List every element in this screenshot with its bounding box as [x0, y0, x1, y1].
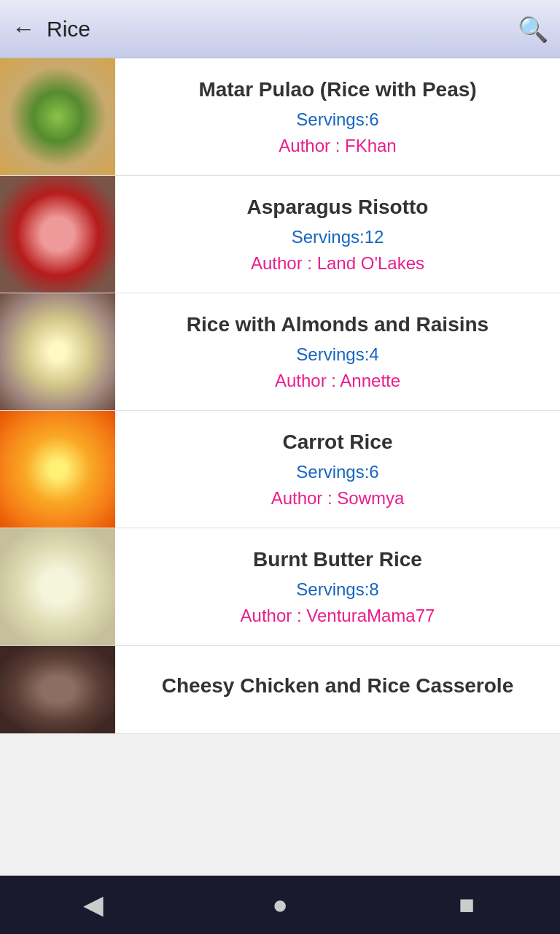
search-bar: ← 🔍: [0, 0, 560, 58]
recipe-title: Matar Pulao (Rice with Peas): [130, 77, 545, 102]
recipe-info: Matar Pulao (Rice with Peas)Servings:6Au…: [115, 66, 560, 168]
recipe-info: Carrot RiceServings:6Author : Sowmya: [115, 418, 560, 520]
recipe-list: Matar Pulao (Rice with Peas)Servings:6Au…: [0, 58, 560, 734]
recipe-image-placeholder: [0, 293, 115, 410]
recipe-image-placeholder: [0, 58, 115, 175]
recipe-servings: Servings:8: [130, 579, 545, 600]
recipe-image: [0, 528, 115, 645]
recipe-servings: Servings:6: [130, 109, 545, 130]
recipe-title: Asparagus Risotto: [130, 195, 545, 220]
recipe-image: [0, 293, 115, 410]
search-icon[interactable]: 🔍: [518, 15, 548, 44]
recipe-servings: Servings:6: [130, 462, 545, 482]
recipe-author: Author : Land O'Lakes: [130, 253, 545, 274]
search-input[interactable]: [47, 17, 518, 42]
recipe-info: Cheesy Chicken and Rice Casserole: [115, 662, 560, 717]
recipe-info: Rice with Almonds and RaisinsServings:4A…: [115, 301, 560, 403]
recipe-image-placeholder: [0, 528, 115, 645]
back-button[interactable]: ←: [12, 15, 35, 42]
recipe-title: Carrot Rice: [130, 430, 545, 455]
recipe-item[interactable]: Burnt Butter RiceServings:8Author : Vent…: [0, 528, 560, 646]
recipe-image: [0, 646, 115, 733]
recipe-image-placeholder: [0, 411, 115, 528]
recipe-image-placeholder: [0, 646, 115, 733]
recipe-title: Burnt Butter Rice: [130, 547, 545, 572]
recipe-servings: Servings:4: [130, 344, 545, 365]
bottom-nav: ◀ ● ■: [0, 876, 560, 934]
recipe-title: Rice with Almonds and Raisins: [130, 312, 545, 337]
recipe-image: [0, 176, 115, 293]
recipe-image-placeholder: [0, 176, 115, 293]
recipe-item[interactable]: Matar Pulao (Rice with Peas)Servings:6Au…: [0, 58, 560, 176]
recipe-author: Author : VenturaMama77: [130, 606, 545, 626]
recipe-image: [0, 58, 115, 175]
recipe-item[interactable]: Asparagus RisottoServings:12Author : Lan…: [0, 176, 560, 293]
recipe-image: [0, 411, 115, 528]
recipe-servings: Servings:12: [130, 227, 545, 247]
recipe-author: Author : FKhan: [130, 136, 545, 156]
recipe-author: Author : Sowmya: [130, 488, 545, 509]
recipe-item[interactable]: Carrot RiceServings:6Author : Sowmya: [0, 411, 560, 528]
recipe-title: Cheesy Chicken and Rice Casserole: [130, 674, 545, 698]
recipe-item[interactable]: Rice with Almonds and RaisinsServings:4A…: [0, 293, 560, 411]
nav-recent-button[interactable]: ■: [438, 876, 496, 934]
recipe-info: Burnt Butter RiceServings:8Author : Vent…: [115, 536, 560, 638]
nav-home-button[interactable]: ●: [251, 876, 309, 934]
recipe-author: Author : Annette: [130, 371, 545, 391]
recipe-item[interactable]: Cheesy Chicken and Rice Casserole: [0, 646, 560, 734]
recipe-info: Asparagus RisottoServings:12Author : Lan…: [115, 183, 560, 285]
nav-back-button[interactable]: ◀: [64, 876, 122, 934]
